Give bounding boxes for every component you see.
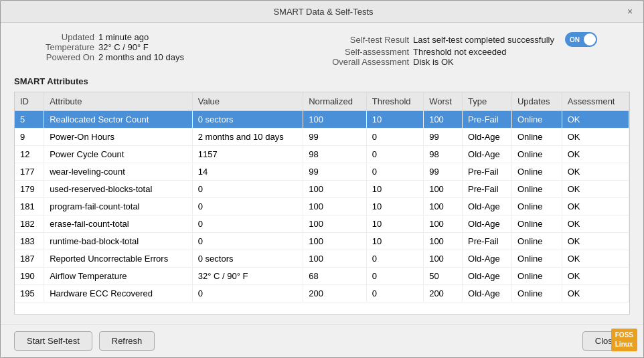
cell-8: OK <box>562 163 629 181</box>
cell-0: 12 <box>15 146 44 163</box>
toggle-container: ON <box>565 32 597 47</box>
cell-7: Online <box>511 128 562 146</box>
cell-1: Reported Uncorrectable Errors <box>44 250 193 268</box>
start-self-test-button[interactable]: Start Self-test <box>14 331 92 351</box>
cell-6: Old-Age <box>463 268 512 285</box>
cell-7: Online <box>511 215 562 233</box>
self-assessment-value: Threshold not exceeded <box>413 47 506 57</box>
cell-2: 0 sectors <box>192 250 303 268</box>
cell-0: 195 <box>15 285 44 302</box>
cell-6: Old-Age <box>463 250 512 268</box>
refresh-button[interactable]: Refresh <box>99 331 155 351</box>
table-row[interactable]: 182erase-fail-count-total010010100Old-Ag… <box>15 215 629 233</box>
cell-8: OK <box>562 146 629 163</box>
cell-3: 100 <box>303 111 367 128</box>
cell-6: Old-Age <box>463 198 512 215</box>
watermark-line1: FOSS <box>615 331 633 340</box>
cell-7: Online <box>511 250 562 268</box>
temperature-label: Temperature <box>14 42 94 52</box>
updated-row: Updated 1 minute ago <box>14 32 315 42</box>
smart-table-container[interactable]: ID Attribute Value Normalized Threshold … <box>14 92 630 315</box>
overall-label: Overall Assessment <box>329 57 409 67</box>
cell-1: erase-fail-count-total <box>44 215 193 233</box>
cell-1: wear-leveling-count <box>44 163 193 181</box>
cell-2: 0 sectors <box>192 111 303 128</box>
cell-0: 190 <box>15 268 44 285</box>
self-test-value: Last self-test completed successfully <box>413 35 554 45</box>
cell-5: 50 <box>424 268 463 285</box>
table-row[interactable]: 187Reported Uncorrectable Errors0 sector… <box>15 250 629 268</box>
col-assessment: Assessment <box>562 92 629 111</box>
cell-2: 0 <box>192 285 303 302</box>
cell-7: Online <box>511 111 562 128</box>
table-row[interactable]: 181program-fail-count-total010010100Old-… <box>15 198 629 215</box>
cell-2: 32° C / 90° F <box>192 268 303 285</box>
cell-8: OK <box>562 285 629 302</box>
self-assessment-label: Self-assessment <box>329 47 409 57</box>
col-attribute: Attribute <box>44 92 193 111</box>
close-window-icon[interactable]: × <box>625 6 635 17</box>
cell-1: runtime-bad-block-total <box>44 233 193 250</box>
cell-3: 98 <box>303 146 367 163</box>
table-row[interactable]: 177wear-leveling-count1499099Pre-FailOnl… <box>15 163 629 181</box>
table-row[interactable]: 179used-reserved-blocks-total010010100Pr… <box>15 181 629 198</box>
cell-0: 183 <box>15 233 44 250</box>
col-normalized: Normalized <box>303 92 367 111</box>
cell-2: 14 <box>192 163 303 181</box>
powered-on-value: 2 months and 10 days <box>98 52 184 62</box>
cell-3: 99 <box>303 163 367 181</box>
table-row[interactable]: 12Power Cycle Count115798098Old-AgeOnlin… <box>15 146 629 163</box>
table-row[interactable]: 9Power-On Hours2 months and 10 days99099… <box>15 128 629 146</box>
col-threshold: Threshold <box>366 92 423 111</box>
updated-label: Updated <box>14 32 94 42</box>
cell-7: Online <box>511 163 562 181</box>
cell-2: 2 months and 10 days <box>192 128 303 146</box>
footer: Start Self-test Refresh Close <box>1 324 643 357</box>
cell-4: 10 <box>366 111 423 128</box>
cell-6: Old-Age <box>463 285 512 302</box>
cell-2: 1157 <box>192 146 303 163</box>
cell-8: OK <box>562 181 629 198</box>
cell-5: 100 <box>424 250 463 268</box>
cell-2: 0 <box>192 181 303 198</box>
cell-2: 0 <box>192 198 303 215</box>
cell-4: 0 <box>366 268 423 285</box>
cell-4: 10 <box>366 181 423 198</box>
table-row[interactable]: 183runtime-bad-block-total010010100Pre-F… <box>15 233 629 250</box>
overall-assessment-row: Overall Assessment Disk is OK <box>329 57 630 67</box>
window-title: SMART Data & Self-Tests <box>22 7 625 17</box>
temperature-value: 32° C / 90° F <box>98 42 149 52</box>
col-value: Value <box>192 92 303 111</box>
cell-5: 100 <box>424 233 463 250</box>
cell-5: 100 <box>424 181 463 198</box>
cell-0: 187 <box>15 250 44 268</box>
cell-5: 100 <box>424 111 463 128</box>
cell-4: 10 <box>366 198 423 215</box>
table-header-row: ID Attribute Value Normalized Threshold … <box>15 92 629 111</box>
cell-7: Online <box>511 146 562 163</box>
cell-2: 0 <box>192 215 303 233</box>
table-row[interactable]: 195Hardware ECC Recovered02000200Old-Age… <box>15 285 629 302</box>
cell-5: 98 <box>424 146 463 163</box>
cell-1: Power Cycle Count <box>44 146 193 163</box>
toggle-switch[interactable]: ON <box>565 32 597 47</box>
cell-0: 181 <box>15 198 44 215</box>
cell-7: Online <box>511 233 562 250</box>
smart-table: ID Attribute Value Normalized Threshold … <box>15 92 629 302</box>
cell-8: OK <box>562 128 629 146</box>
cell-4: 0 <box>366 128 423 146</box>
cell-7: Online <box>511 285 562 302</box>
table-row[interactable]: 190Airflow Temperature32° C / 90° F68050… <box>15 268 629 285</box>
cell-2: 0 <box>192 233 303 250</box>
cell-0: 177 <box>15 163 44 181</box>
cell-8: OK <box>562 268 629 285</box>
cell-1: program-fail-count-total <box>44 198 193 215</box>
cell-5: 99 <box>424 163 463 181</box>
cell-3: 68 <box>303 268 367 285</box>
temperature-row: Temperature 32° C / 90° F <box>14 42 315 52</box>
cell-7: Online <box>511 198 562 215</box>
cell-4: 0 <box>366 285 423 302</box>
cell-1: Power-On Hours <box>44 128 193 146</box>
cell-1: Hardware ECC Recovered <box>44 285 193 302</box>
table-row[interactable]: 5Reallocated Sector Count0 sectors100101… <box>15 111 629 128</box>
